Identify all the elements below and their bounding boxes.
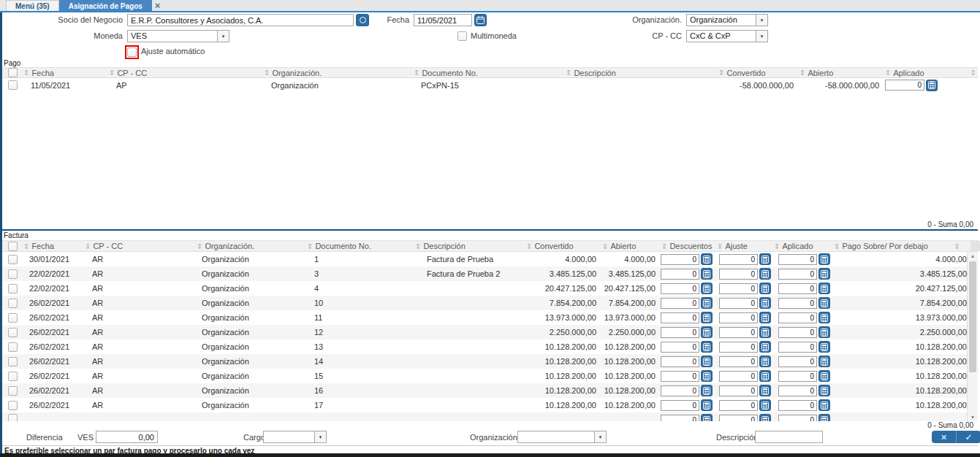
pago-col-documento[interactable]: ⇕Documento No. (411, 69, 563, 77)
ajuste-input[interactable] (719, 327, 758, 338)
tab-asignacion-de-pagos[interactable]: Asignación de Pagos (59, 0, 152, 11)
sort-icon[interactable]: ⇕ (718, 69, 724, 77)
calculator-button[interactable] (759, 370, 771, 382)
descuentos-input[interactable] (661, 254, 699, 265)
calculator-button[interactable] (701, 370, 713, 382)
calculator-button[interactable] (818, 326, 830, 338)
sort-icon[interactable]: ⇕ (970, 69, 976, 77)
pago-col-extra[interactable]: ⇕ (952, 69, 980, 77)
pago-col-organizacion[interactable]: ⇕Organización. (262, 69, 411, 77)
calculator-button[interactable] (759, 326, 771, 338)
descuentos-input[interactable] (661, 356, 699, 367)
aplicado-input[interactable] (778, 327, 817, 338)
factura-col-convertido[interactable]: ⇕Convertido (524, 242, 600, 250)
calculator-button[interactable] (818, 370, 830, 382)
factura-col-descripcion[interactable]: ⇕Descripción (413, 242, 524, 250)
calculator-button[interactable] (818, 385, 830, 396)
footer-descripcion-input[interactable] (755, 431, 823, 443)
row-checkbox[interactable] (8, 386, 18, 396)
row-checkbox[interactable] (8, 269, 18, 279)
sort-icon[interactable]: ⇕ (885, 69, 891, 77)
row-checkbox[interactable] (8, 328, 18, 337)
row-checkbox[interactable] (8, 414, 18, 421)
factura-col-cpcc[interactable]: ⇕CP - CC (83, 242, 194, 250)
row-checkbox[interactable] (8, 284, 18, 293)
select-all-checkbox[interactable] (8, 68, 18, 77)
factura-col-documento[interactable]: ⇕Documento No. (305, 242, 413, 250)
calculator-button[interactable] (759, 341, 771, 353)
aplicado-input[interactable] (885, 80, 924, 91)
calculator-button[interactable] (759, 253, 771, 265)
calculator-button[interactable] (759, 385, 771, 396)
cargo-select[interactable]: ▼ (263, 431, 327, 443)
socio-input[interactable] (127, 14, 354, 26)
aplicado-input[interactable] (778, 415, 817, 422)
organizacion-select[interactable]: Organización ▼ (686, 14, 768, 26)
calculator-button[interactable] (818, 414, 830, 421)
calculator-button[interactable] (701, 385, 713, 396)
row-checkbox[interactable] (8, 80, 18, 90)
calculator-button[interactable] (759, 297, 771, 309)
ajuste-input[interactable] (719, 415, 758, 422)
calculator-button[interactable] (759, 312, 771, 323)
pago-col-cpcc[interactable]: ⇕CP - CC (107, 69, 262, 77)
aplicado-input[interactable] (778, 254, 817, 265)
calculator-button[interactable] (701, 326, 713, 338)
sort-icon[interactable]: ⇕ (23, 242, 29, 250)
calculator-button[interactable] (759, 268, 771, 280)
calculator-button[interactable] (701, 356, 713, 367)
row-checkbox[interactable] (8, 299, 18, 308)
sort-icon[interactable]: ⇕ (799, 69, 805, 77)
descuentos-input[interactable] (661, 385, 699, 396)
sort-icon[interactable]: ⇕ (566, 69, 571, 77)
calculator-button[interactable] (759, 399, 771, 411)
calculator-button[interactable] (701, 253, 713, 265)
sort-icon[interactable]: ⇕ (414, 69, 419, 77)
factura-table-row[interactable]: 26/02/2021 AR Organización 10 7.854.200,… (2, 296, 978, 310)
pago-table-row[interactable]: 11/05/2021 AP Organización PCxPN-15 -58.… (2, 78, 978, 92)
calculator-button[interactable] (759, 356, 771, 367)
vertical-scrollbar[interactable]: ▲ ▼ (967, 252, 978, 421)
aplicado-input[interactable] (778, 356, 817, 367)
ajuste-input[interactable] (719, 298, 758, 309)
ajuste-input[interactable] (719, 283, 758, 294)
ajuste-input[interactable] (719, 269, 758, 280)
factura-table-row[interactable] (2, 412, 978, 421)
calculator-button[interactable] (818, 341, 830, 353)
factura-col-fecha[interactable]: ⇕Fecha (21, 242, 83, 250)
descuentos-input[interactable] (661, 327, 699, 338)
sort-icon[interactable]: ⇕ (526, 242, 532, 250)
sort-icon[interactable]: ⇕ (661, 242, 667, 250)
factura-table-row[interactable]: 22/02/2021 AR Organización 4 20.427.125,… (2, 281, 978, 296)
factura-col-abierto[interactable]: ⇕Abierto (600, 242, 659, 250)
pago-col-aplicado[interactable]: ⇕Aplicado (883, 69, 952, 77)
row-checkbox[interactable] (8, 401, 18, 410)
sort-icon[interactable]: ⇕ (415, 242, 421, 250)
sort-icon[interactable]: ⇕ (954, 242, 960, 250)
descuentos-input[interactable] (661, 269, 699, 280)
calculator-button[interactable] (818, 297, 830, 309)
ajuste-input[interactable] (719, 342, 758, 353)
calculator-button[interactable] (759, 414, 771, 421)
diferencia-input[interactable] (96, 431, 158, 443)
factura-table-row[interactable]: 26/02/2021 AR Organización 17 10.128.200… (2, 398, 978, 412)
calculator-button[interactable] (759, 283, 771, 294)
scrollbar-thumb[interactable] (969, 261, 976, 372)
calculator-button[interactable] (926, 80, 938, 91)
multimoneda-checkbox[interactable] (457, 31, 467, 41)
descuentos-input[interactable] (661, 312, 699, 323)
calculator-button[interactable] (818, 399, 830, 411)
sort-icon[interactable]: ⇕ (23, 69, 29, 77)
descuentos-input[interactable] (661, 342, 699, 353)
cancel-button[interactable]: × (932, 431, 957, 443)
aplicado-input[interactable] (778, 283, 817, 294)
calculator-button[interactable] (818, 283, 830, 294)
factura-table-row[interactable]: 26/02/2021 AR Organización 15 10.128.200… (2, 369, 978, 383)
calculator-button[interactable] (701, 341, 713, 353)
aplicado-input[interactable] (778, 371, 817, 382)
sort-icon[interactable]: ⇕ (717, 242, 723, 250)
aplicado-input[interactable] (778, 312, 817, 323)
sort-icon[interactable]: ⇕ (197, 242, 202, 250)
ajuste-input[interactable] (719, 254, 758, 265)
calculator-button[interactable] (701, 414, 713, 421)
